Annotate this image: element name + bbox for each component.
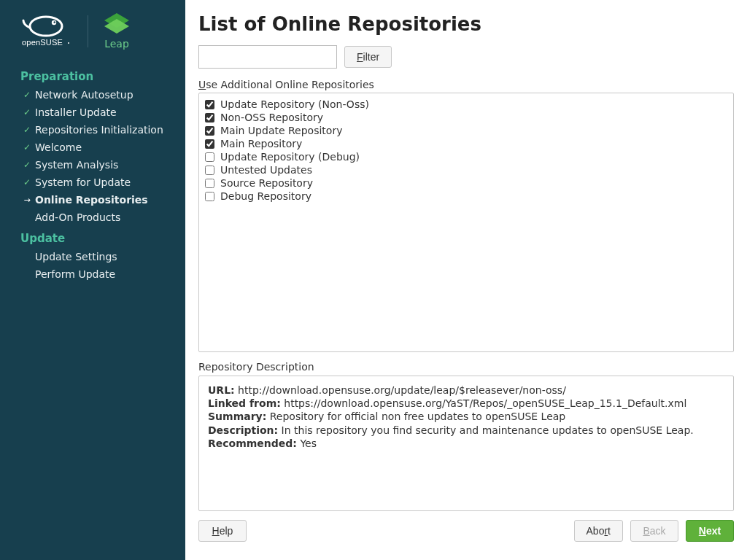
repos-section-label: Use Additional Online Repositories [198,79,734,90]
repo-row[interactable]: Source Repository [205,176,727,190]
repo-label: Untested Updates [220,164,312,176]
repo-row[interactable]: Debug Repository [205,190,727,203]
repo-checkbox[interactable] [205,113,214,122]
page-title: List of Online Repositories [198,13,734,35]
repo-label: Debug Repository [220,190,311,202]
brand: openSUSE Leap [0,13,185,57]
leap-icon [104,13,129,35]
help-button[interactable]: Help [198,520,247,542]
leap-label: Leap [104,38,129,50]
repo-row[interactable]: Update Repository (Debug) [205,150,727,163]
sidebar-item-label: System for Update [35,176,131,188]
repo-label: Main Repository [220,138,302,149]
arrow-right-icon: → [20,195,34,205]
svg-point-0 [30,17,62,36]
svg-point-2 [54,21,56,23]
repo-checkbox[interactable] [205,100,214,109]
next-button[interactable]: Next [686,520,734,542]
repo-checkbox[interactable] [205,192,214,201]
check-icon: ✓ [20,90,34,100]
sidebar-item-label: System Analysis [35,159,118,171]
svg-point-4 [68,42,69,44]
nav: Preparation ✓Network Autosetup✓Installer… [0,57,185,283]
repo-checkbox[interactable] [205,152,214,162]
abort-button[interactable]: Abort [574,520,623,542]
sidebar-item[interactable]: ✓System for Update [0,174,185,191]
footer: Help Abort Back Next [198,520,734,542]
repo-label: Update Repository (Debug) [220,151,360,163]
sidebar-item-label: Perform Update [35,268,115,280]
filter-input[interactable] [198,45,337,69]
nav-header-preparation: Preparation [0,64,185,86]
sidebar-item[interactable]: Perform Update [0,265,185,283]
sidebar-item[interactable]: Update Settings [0,248,185,265]
brand-divider [88,15,88,47]
sidebar-item[interactable]: ✓Repositories Initialization [0,121,185,139]
sidebar-item-label: Online Repositories [35,194,148,206]
sidebar-item-label: Repositories Initialization [35,124,163,136]
main: List of Online Repositories Filter Use A… [185,0,747,560]
check-icon: ✓ [20,125,34,135]
repo-row[interactable]: Main Repository [205,137,727,150]
sidebar-item[interactable]: ✓Installer Update [0,104,185,121]
repo-checkbox[interactable] [205,179,214,188]
sidebar-item[interactable]: →Online Repositories [0,191,185,209]
svg-text:openSUSE: openSUSE [22,38,63,47]
repo-checkbox[interactable] [205,139,214,149]
repo-row[interactable]: Main Update Repository [205,124,727,137]
sidebar-item[interactable]: ✓System Analysis [0,156,185,174]
check-icon: ✓ [20,142,34,152]
repo-label: Main Update Repository [220,125,342,136]
sidebar-item-label: Add-On Products [35,211,120,223]
sidebar-item[interactable]: Add-On Products [0,209,185,226]
repo-label: Non-OSS Repository [220,112,323,123]
leap-logo: Leap [104,13,129,50]
repo-label: Update Repository (Non-Oss) [220,98,369,110]
repo-row[interactable]: Update Repository (Non-Oss) [205,98,727,111]
opensuse-logo: openSUSE [20,15,71,48]
filter-row: Filter [198,45,734,69]
sidebar-item-label: Welcome [35,141,82,153]
sidebar-item-label: Installer Update [35,106,117,118]
sidebar: openSUSE Leap Preparation ✓Network Autos… [0,0,185,560]
sidebar-item[interactable]: ✓Welcome [0,139,185,156]
repo-checkbox[interactable] [205,166,214,175]
repo-checkbox[interactable] [205,126,214,136]
check-icon: ✓ [20,177,34,187]
repo-description-label: Repository Description [198,361,734,373]
sidebar-item[interactable]: ✓Network Autosetup [0,86,185,104]
repo-description: URL: http://download.opensuse.org/update… [198,376,734,511]
nav-header-update: Update [0,226,185,248]
repo-row[interactable]: Untested Updates [205,163,727,176]
repo-list[interactable]: Update Repository (Non-Oss)Non-OSS Repos… [198,93,734,352]
check-icon: ✓ [20,107,34,117]
back-button: Back [630,520,678,542]
sidebar-item-label: Update Settings [35,251,117,262]
check-icon: ✓ [20,160,34,170]
sidebar-item-label: Network Autosetup [35,89,133,101]
repo-label: Source Repository [220,177,313,189]
filter-button[interactable]: Filter [344,46,392,68]
repo-row[interactable]: Non-OSS Repository [205,111,727,124]
